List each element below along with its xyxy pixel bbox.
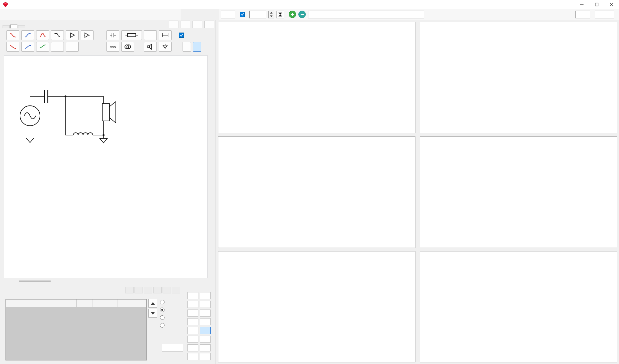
capacitor-button[interactable] — [106, 30, 119, 40]
chart-impedance[interactable] — [420, 251, 617, 362]
spl-max-input[interactable] — [249, 11, 266, 18]
snap-e24-radio[interactable] — [160, 315, 165, 320]
driver-button[interactable] — [144, 42, 157, 52]
move-up-button[interactable] — [148, 299, 157, 308]
toggle-i-button[interactable] — [144, 287, 152, 293]
menu-help[interactable] — [33, 13, 41, 16]
variant-s8[interactable] — [187, 353, 198, 360]
stretch-checkbox[interactable] — [179, 33, 184, 38]
snap-e48-radio[interactable] — [160, 323, 165, 328]
delay-block-button[interactable] — [51, 30, 64, 40]
maximize-button[interactable] — [589, 0, 604, 9]
snap-e12-radio[interactable] — [160, 308, 165, 312]
variant-r3[interactable] — [200, 310, 211, 317]
freq-max-input[interactable] — [595, 11, 614, 18]
variant-r5[interactable] — [200, 327, 211, 334]
buffer-block-button[interactable] — [66, 30, 79, 40]
optimizer-table[interactable] — [5, 299, 147, 360]
delete-tool-button[interactable] — [193, 42, 201, 52]
lowpass2-block-button[interactable] — [6, 42, 19, 52]
transformer-button[interactable] — [121, 42, 134, 52]
move-down-button[interactable] — [148, 309, 157, 318]
minimize-button[interactable] — [574, 0, 589, 9]
gf-button[interactable] — [66, 42, 79, 52]
overlay-name-input[interactable] — [308, 11, 424, 18]
chart-spl[interactable] — [218, 22, 415, 133]
tab-crossover[interactable] — [10, 25, 17, 28]
variant-s7[interactable] — [187, 344, 198, 351]
tab-drivers[interactable] — [3, 25, 10, 28]
wires — [30, 96, 104, 138]
lowpass-block-button[interactable] — [6, 30, 19, 40]
toggle-o-button[interactable] — [125, 287, 134, 293]
col-min[interactable] — [77, 300, 93, 307]
freq-min-input[interactable] — [575, 11, 590, 18]
close-button[interactable] — [604, 0, 619, 9]
driver-cone-icon — [109, 102, 116, 123]
menu-file[interactable] — [2, 13, 10, 16]
menu-tools[interactable] — [17, 13, 25, 16]
chart-gd-phase[interactable] — [420, 22, 617, 133]
voltage-source[interactable] — [20, 106, 40, 126]
zoom-1to1-button[interactable] — [193, 21, 202, 28]
biquad-button[interactable] — [51, 42, 64, 52]
menu-view[interactable] — [10, 13, 17, 16]
col-value[interactable] — [43, 300, 61, 307]
part-number-input[interactable] — [162, 344, 183, 351]
variant-s5[interactable] — [187, 327, 198, 334]
driver-symbol[interactable] — [102, 102, 116, 123]
fit-button[interactable] — [205, 21, 214, 28]
overlay-remove-button[interactable] — [298, 11, 306, 18]
step-curve-icon — [54, 32, 61, 39]
menu-options[interactable] — [25, 13, 33, 16]
col-opt[interactable] — [6, 300, 21, 307]
toggle-h-button[interactable] — [172, 287, 180, 293]
gain-block-button[interactable] — [81, 30, 94, 40]
chart-power-di[interactable] — [218, 136, 415, 248]
wire-button[interactable] — [159, 30, 172, 40]
shelf-block-button[interactable] — [36, 42, 49, 52]
inductor-220u[interactable] — [73, 133, 93, 135]
chart-directivity[interactable] — [218, 251, 415, 362]
tab-room[interactable] — [18, 25, 25, 28]
panel-splitter[interactable] — [215, 20, 217, 364]
capacitor-2u7[interactable] — [45, 90, 48, 103]
inductor-button[interactable] — [106, 42, 119, 52]
resistor-button[interactable] — [121, 30, 142, 40]
col-expression[interactable] — [117, 300, 146, 307]
variant-s6[interactable] — [187, 336, 198, 343]
chart-filter[interactable] — [420, 136, 617, 248]
variant-s2[interactable] — [187, 301, 198, 308]
autoscale-y-button[interactable] — [276, 11, 284, 18]
grid-x-input[interactable] — [169, 21, 178, 28]
grid-y-input[interactable] — [181, 21, 190, 28]
col-unit[interactable] — [61, 300, 77, 307]
variant-r2[interactable] — [200, 301, 211, 308]
ref-angle-input[interactable] — [221, 11, 235, 18]
variant-s3[interactable] — [187, 310, 198, 317]
ground-symbol[interactable] — [100, 138, 107, 143]
variant-r1[interactable] — [200, 292, 211, 299]
toggle-s-button[interactable] — [135, 287, 143, 293]
highpass2-block-button[interactable] — [21, 42, 34, 52]
col-name[interactable] — [21, 300, 43, 307]
ground-symbol[interactable] — [26, 138, 34, 143]
text-tool-button[interactable] — [183, 42, 191, 52]
bandpass-block-button[interactable] — [36, 30, 49, 40]
variant-s4[interactable] — [187, 318, 198, 325]
spl-max-checkbox[interactable] — [240, 12, 245, 17]
col-max[interactable] — [93, 300, 117, 307]
overlay-add-button[interactable] — [289, 11, 296, 18]
ground-button[interactable] — [159, 42, 172, 52]
library-button[interactable] — [144, 30, 157, 40]
schematic-canvas[interactable] — [4, 55, 207, 278]
toggle-m-button[interactable] — [153, 287, 162, 293]
toggle-r-button[interactable] — [163, 287, 171, 293]
variant-s1[interactable] — [187, 292, 198, 299]
spl-max-stepper[interactable] — [268, 11, 274, 18]
variant-r4[interactable] — [200, 318, 211, 325]
highpass-block-button[interactable] — [21, 30, 34, 40]
snap-5pct-radio[interactable] — [160, 300, 165, 304]
canvas-hscrollbar[interactable] — [19, 280, 51, 282]
amplifier-line-icon — [84, 32, 91, 39]
